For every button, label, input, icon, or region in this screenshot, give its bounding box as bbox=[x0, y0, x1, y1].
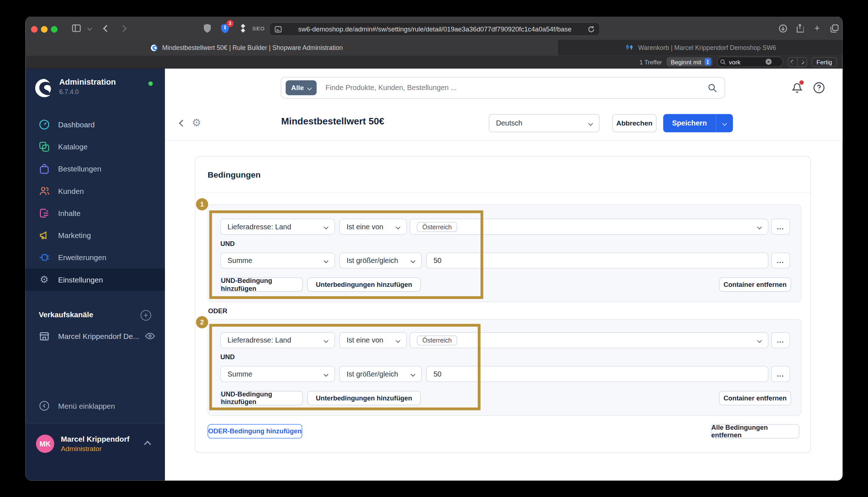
dashboard-icon bbox=[39, 119, 50, 130]
help-icon[interactable] bbox=[812, 80, 826, 95]
chevron-down-icon bbox=[307, 85, 312, 90]
tab-overview-icon[interactable] bbox=[829, 23, 840, 34]
annotation-box-1 bbox=[209, 211, 484, 299]
collapse-menu-button[interactable]: Menü einklappen bbox=[25, 395, 165, 417]
find-mode-select[interactable]: Beginnt mit ▲▼ bbox=[667, 57, 712, 67]
close-window-button[interactable] bbox=[31, 26, 38, 33]
cancel-button[interactable]: Abbrechen bbox=[612, 114, 656, 132]
remove-all-conditions-button[interactable]: Alle Bedingungen entfernen bbox=[711, 424, 799, 438]
sidebar-item-dashboard[interactable]: Dashboard bbox=[25, 114, 165, 136]
seo-extension-icon[interactable]: SEO bbox=[251, 23, 266, 34]
sales-channels-heading: Verkaufskanäle bbox=[39, 311, 93, 319]
demoshop-favicon bbox=[625, 44, 634, 51]
catalogues-icon bbox=[39, 141, 50, 152]
chevron-down-icon bbox=[757, 224, 762, 229]
find-input-wrap bbox=[717, 56, 783, 67]
reader-page-icon[interactable] bbox=[275, 26, 282, 32]
settings-gear-icon: ⚙ bbox=[39, 274, 50, 285]
share-icon[interactable] bbox=[794, 23, 805, 34]
find-prev-button[interactable] bbox=[788, 57, 797, 66]
sidebar-item-marketing[interactable]: Marketing bbox=[25, 224, 165, 246]
save-options-button[interactable] bbox=[716, 114, 733, 132]
stepper-icon: ▲▼ bbox=[705, 58, 711, 65]
condition-more-button[interactable]: ... bbox=[771, 366, 790, 382]
browser-toolbar: 3 SEO sw6-demoshop.de/admin#/sw/settings… bbox=[25, 17, 842, 40]
adblock-badge: 3 bbox=[226, 20, 234, 27]
avatar: MK bbox=[36, 435, 54, 453]
browser-window: 3 SEO sw6-demoshop.de/admin#/sw/settings… bbox=[25, 17, 842, 481]
admin-sidebar: Administration 6.7.4.0 Dashboard Katalog… bbox=[25, 69, 165, 481]
divider bbox=[195, 192, 810, 193]
shopware-favicon bbox=[150, 44, 158, 51]
find-bar: 1 Treffer Beginnt mit ▲▼ Fertig bbox=[25, 55, 842, 69]
tab-warenkorb[interactable]: Warenkorb | Marcel Krippendorf Demoshop … bbox=[558, 40, 842, 55]
new-tab-icon[interactable]: + bbox=[812, 23, 823, 34]
find-input[interactable] bbox=[728, 58, 763, 65]
condition-more-button[interactable]: ... bbox=[771, 219, 790, 235]
url-text: sw6-demoshop.de/admin#/sw/settings/rule/… bbox=[282, 25, 588, 33]
admin-main: Alle bbox=[165, 69, 842, 481]
global-search-strip: Alle bbox=[165, 69, 842, 107]
orders-bag-icon bbox=[39, 163, 50, 175]
global-search-bar[interactable]: Alle bbox=[281, 77, 725, 99]
tab-rule-builder[interactable]: Mindestbestellwert 50€ | Rule Builder | … bbox=[25, 40, 558, 55]
downloads-icon[interactable] bbox=[777, 23, 788, 34]
condition-more-button[interactable]: ... bbox=[771, 252, 790, 268]
extension-diamond-icon[interactable] bbox=[238, 23, 249, 34]
app-title: Administration bbox=[59, 77, 116, 86]
sidebar-item-einstellungen[interactable]: ⚙ Einstellungen bbox=[25, 268, 165, 290]
adblock-shield-icon[interactable]: 3 bbox=[219, 23, 230, 34]
sidebar-item-erweiterungen[interactable]: Erweiterungen bbox=[25, 246, 165, 268]
reload-icon[interactable] bbox=[588, 25, 595, 33]
remove-container-button[interactable]: Container entfernen bbox=[719, 277, 791, 292]
save-button[interactable]: Speichern bbox=[663, 114, 716, 132]
customers-icon bbox=[39, 186, 50, 197]
add-or-condition-button[interactable]: ODER-Bedingung hinzufügen bbox=[208, 424, 302, 438]
save-split-button: Speichern bbox=[663, 114, 733, 132]
sidebar-item-bestellungen[interactable]: Bestellungen bbox=[25, 158, 165, 180]
sidebar-item-kataloge[interactable]: Kataloge bbox=[25, 136, 165, 158]
back-chevron-icon[interactable] bbox=[175, 116, 190, 130]
clear-icon[interactable] bbox=[766, 59, 772, 65]
url-bar[interactable]: sw6-demoshop.de/admin#/sw/settings/rule/… bbox=[269, 22, 600, 36]
sidebar-item-kunden[interactable]: Kunden bbox=[25, 180, 165, 202]
find-match-count: 1 Treffer bbox=[639, 58, 662, 65]
find-next-button[interactable] bbox=[797, 57, 806, 66]
conditions-heading: Bedingungen bbox=[208, 170, 261, 179]
app-version: 6.7.4.0 bbox=[59, 89, 79, 95]
shopware-logo bbox=[34, 78, 54, 98]
notification-dot bbox=[799, 80, 804, 85]
or-label: ODER bbox=[208, 307, 227, 315]
page-title: Mindestbestellwert 50€ bbox=[281, 116, 384, 127]
chevron-up-icon bbox=[145, 439, 150, 449]
global-search-input[interactable] bbox=[324, 83, 708, 93]
sidebar-toggle-icon[interactable] bbox=[71, 23, 82, 34]
forward-button[interactable] bbox=[117, 23, 128, 34]
sidebar-chevron-icon[interactable] bbox=[84, 23, 95, 34]
user-name: Marcel Krippendorf bbox=[61, 435, 129, 443]
marketing-megaphone-icon bbox=[39, 230, 50, 241]
minimize-window-button[interactable] bbox=[41, 26, 47, 33]
sidebar-item-sales-channel[interactable]: Marcel Krippendorf De... bbox=[25, 325, 165, 347]
remove-container-button[interactable]: Container entfernen bbox=[719, 391, 791, 405]
back-button[interactable] bbox=[101, 23, 112, 34]
user-panel[interactable]: MK Marcel Krippendorf Administrator bbox=[25, 423, 165, 480]
tab-title: Mindestbestellwert 50€ | Rule Builder | … bbox=[162, 44, 342, 51]
chevron-down-icon bbox=[588, 121, 593, 126]
eye-icon[interactable] bbox=[145, 333, 155, 339]
add-sales-channel-button[interactable]: + bbox=[141, 310, 151, 320]
privacy-shield-icon[interactable] bbox=[201, 23, 213, 34]
tab-bar: Mindestbestellwert 50€ | Rule Builder | … bbox=[25, 40, 842, 55]
zoom-window-button[interactable] bbox=[51, 26, 58, 33]
content-icon bbox=[39, 208, 50, 219]
find-done-button[interactable]: Fertig bbox=[812, 57, 837, 67]
tab-title: Warenkorb | Marcel Krippendorf Demoshop … bbox=[638, 44, 776, 51]
notifications-bell-icon[interactable] bbox=[790, 80, 804, 95]
condition-more-button[interactable]: ... bbox=[771, 332, 790, 348]
language-select[interactable]: Deutsch bbox=[489, 114, 600, 132]
sidebar-item-inhalte[interactable]: Inhalte bbox=[25, 202, 165, 224]
user-role: Administrator bbox=[61, 445, 102, 453]
smartbar: ⚙ Mindestbestellwert 50€ Deutsch Abbrech… bbox=[165, 106, 842, 141]
search-scope-select[interactable]: Alle bbox=[286, 80, 317, 95]
chevron-down-icon bbox=[757, 338, 762, 343]
